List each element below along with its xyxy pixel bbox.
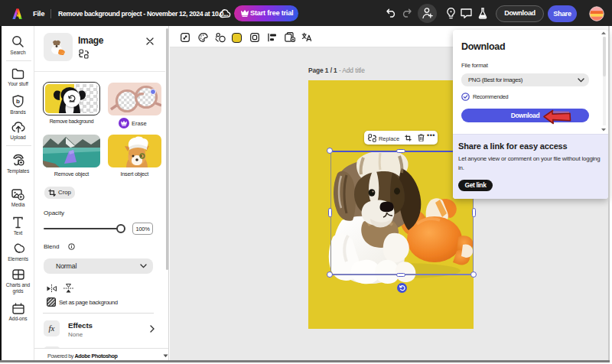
- svg-text:b: b: [16, 98, 20, 105]
